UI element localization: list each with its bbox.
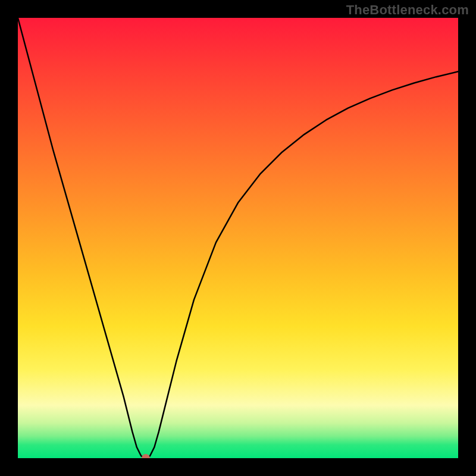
minimum-marker — [142, 454, 150, 458]
watermark-text: TheBottleneck.com — [346, 2, 469, 18]
chart-frame: TheBottleneck.com — [0, 0, 476, 476]
plot-area — [18, 18, 458, 458]
curve-layer — [18, 18, 458, 458]
bottleneck-curve — [18, 18, 458, 458]
